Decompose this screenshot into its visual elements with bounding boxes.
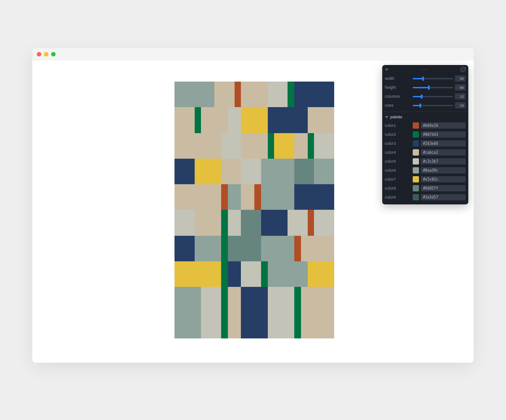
artwork-cell xyxy=(241,107,267,133)
artwork-row xyxy=(174,313,334,338)
zoom-icon[interactable] xyxy=(51,52,56,56)
artwork-row xyxy=(174,159,334,184)
color8-row: color8#66857f xyxy=(382,184,468,193)
artwork-cell xyxy=(268,261,308,287)
color5-row: color5#c3c3b7 xyxy=(382,157,468,166)
artwork-cell xyxy=(195,159,221,184)
artwork-cell xyxy=(174,184,221,210)
color5-label: color5 xyxy=(385,159,411,164)
width-value[interactable]: 50 xyxy=(455,75,466,82)
color1-label: color1 xyxy=(385,123,411,128)
artwork-cell xyxy=(174,210,195,235)
control-panel: ∷∷ width50height80columns12rows10 palett… xyxy=(382,65,468,204)
columns-value[interactable]: 12 xyxy=(455,93,466,100)
panel-header[interactable]: ∷∷ xyxy=(382,65,468,74)
columns-row: columns12 xyxy=(382,92,468,101)
color4-swatch[interactable] xyxy=(413,149,419,156)
color8-hex-input[interactable]: #66857f xyxy=(421,185,466,191)
color6-hex-input[interactable]: #8ea39c xyxy=(421,167,466,173)
color5-hex-input[interactable]: #c3c3b7 xyxy=(421,158,466,165)
columns-slider[interactable] xyxy=(413,96,453,97)
color7-label: color7 xyxy=(385,177,411,182)
artwork-cell xyxy=(228,210,241,235)
color7-swatch[interactable] xyxy=(413,176,419,182)
artwork-cell xyxy=(174,107,195,133)
artwork-cell xyxy=(294,313,301,338)
color3-swatch[interactable] xyxy=(413,140,419,147)
artwork-cell xyxy=(174,261,221,287)
palette-folder-label: palette xyxy=(390,115,402,119)
height-value[interactable]: 80 xyxy=(455,84,466,91)
color2-label: color2 xyxy=(385,132,411,137)
panel-separator xyxy=(382,112,468,112)
color9-hex-input[interactable]: #3a5d57 xyxy=(421,194,466,200)
color4-label: color4 xyxy=(385,150,411,155)
artwork-cell xyxy=(268,82,288,107)
color1-hex-input[interactable]: #b04e26 xyxy=(421,122,466,129)
artwork-cell xyxy=(221,133,241,159)
artwork-cell xyxy=(241,133,267,159)
artwork-cell xyxy=(301,287,334,312)
refresh-icon[interactable] xyxy=(460,67,466,72)
color2-swatch[interactable] xyxy=(413,131,419,138)
artwork-cell xyxy=(288,210,308,235)
close-icon[interactable] xyxy=(37,52,41,56)
artwork-cell xyxy=(268,133,275,159)
artwork-cell xyxy=(228,236,261,261)
artwork-cell xyxy=(221,287,228,312)
artwork-cell xyxy=(314,133,334,159)
color4-hex-input[interactable]: #cabca2 xyxy=(421,149,466,156)
color3-hex-input[interactable]: #263e66 xyxy=(421,140,466,147)
rows-row: rows10 xyxy=(382,101,468,110)
color2-hex-input[interactable]: #007443 xyxy=(421,131,466,138)
artwork-cell xyxy=(195,236,221,261)
artwork-cell xyxy=(308,107,334,133)
artwork-row xyxy=(174,184,334,210)
artwork-cell xyxy=(294,287,301,312)
artwork-row xyxy=(174,236,334,261)
width-slider[interactable] xyxy=(413,78,453,79)
artwork-cell xyxy=(228,107,241,133)
height-slider[interactable] xyxy=(413,87,453,88)
height-label: height xyxy=(385,85,411,90)
color1-row: color1#b04e26 xyxy=(382,121,468,130)
color2-row: color2#007443 xyxy=(382,130,468,139)
artwork-cell xyxy=(301,236,334,261)
color1-swatch[interactable] xyxy=(413,122,419,129)
color7-hex-input[interactable]: #e5c03c xyxy=(421,176,466,182)
color5-swatch[interactable] xyxy=(413,158,419,165)
color4-row: color4#cabca2 xyxy=(382,148,468,157)
artwork-row xyxy=(174,210,334,235)
artwork-cell xyxy=(221,159,241,184)
artwork-cell xyxy=(221,261,228,287)
window-titlebar xyxy=(32,48,474,61)
artwork-cell xyxy=(241,82,267,107)
palette-folder-header[interactable]: palette xyxy=(382,113,468,121)
color8-swatch[interactable] xyxy=(413,185,419,191)
columns-label: columns xyxy=(385,94,411,99)
artwork-cell xyxy=(221,236,228,261)
artwork-cell xyxy=(308,210,314,235)
color7-row: color7#e5c03c xyxy=(382,175,468,184)
rows-value[interactable]: 10 xyxy=(455,102,466,108)
artwork-cell xyxy=(294,236,301,261)
color6-swatch[interactable] xyxy=(413,167,419,173)
artwork-cell xyxy=(201,313,221,338)
app-window: ∷∷ width50height80columns12rows10 palett… xyxy=(32,48,474,363)
artwork-cell xyxy=(241,313,267,338)
color3-label: color3 xyxy=(385,141,411,146)
artwork-cell xyxy=(235,82,241,107)
artwork-cell xyxy=(254,184,261,210)
artwork-cell xyxy=(268,313,294,338)
color8-label: color8 xyxy=(385,186,411,191)
artwork-cell xyxy=(301,313,334,338)
drag-handle-icon[interactable]: ∷∷ xyxy=(421,68,427,72)
minimize-icon[interactable] xyxy=(44,52,48,56)
color9-swatch[interactable] xyxy=(413,194,419,200)
artwork-cell xyxy=(314,159,334,184)
artwork-cell xyxy=(241,159,261,184)
chevron-down-icon xyxy=(385,116,388,118)
artwork-row xyxy=(174,107,334,133)
artwork-row xyxy=(174,133,334,159)
rows-slider[interactable] xyxy=(413,105,453,106)
